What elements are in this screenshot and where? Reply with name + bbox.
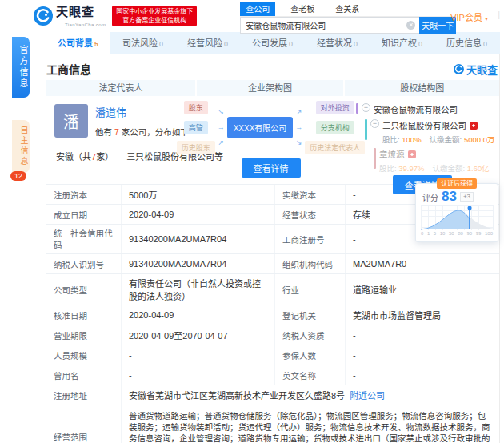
tag-shareholder[interactable]: 股东 [184, 101, 208, 114]
equity-node-name[interactable]: 三只松鼠股份有限公司 [382, 121, 466, 130]
tab-intellectual-property[interactable]: 知识产权0 [370, 32, 434, 54]
section-title: 工商信息 [46, 61, 91, 77]
arrow-up-icon: ↗ [218, 138, 225, 146]
top-header: 天眼查 TianYanCha.com 国家中小企业发展基金旗下 官方备案企业征信… [0, 0, 504, 32]
arrow-right-icon: → [218, 123, 225, 131]
tianyancha-logo[interactable]: 天眼查 TianYanCha.com [34, 6, 106, 27]
tree-bar [356, 103, 358, 114]
logo-subtext: TianYanCha.com [65, 22, 106, 27]
org-chart-detail-button[interactable]: 查看详情 [242, 158, 301, 178]
score-badge: 认证后获得 [437, 178, 477, 189]
score-distribution-chart [421, 205, 494, 230]
nearby-companies-link[interactable]: 附近公司 [350, 391, 385, 401]
company-logo-icon [470, 122, 478, 130]
search-tab-boss[interactable]: 查老板 [285, 2, 320, 16]
tab-operating-risk[interactable]: 经营风险0 [175, 32, 240, 54]
business-info-section: 工商信息 天眼查 法定代表人 潘 潘道伟 他有 7 家公司，分布如下 [46, 54, 500, 443]
equity-node-name[interactable]: 章燎源 [379, 150, 405, 159]
chart-x-axis: 0151050809099100 [416, 230, 498, 237]
score-tooltip: 认证后获得 评分 83 +3 0151050809099100 [415, 183, 498, 242]
org-chart-header: 企业架构图 [197, 80, 345, 96]
watermark-logo: 天眼查 [454, 62, 498, 77]
legal-rep-region: 安徽（共7家） [56, 150, 114, 162]
equity-root-row: − 安徽仓鼠物流有限公司 [356, 103, 494, 115]
org-chart-panel: 企业架构图 股东 高管 历史股东 ↘ → ↗ XXXX有限公司 ↗ [197, 80, 345, 184]
vip-member-link[interactable]: VIP会员 ▾ [450, 10, 488, 23]
table-row: 公司类型有限责任公司（非自然人投资或控股的法人独资） 行业道路运输业 [46, 274, 499, 305]
equity-root-name[interactable]: 安徽仓鼠物流有限公司 [374, 103, 458, 115]
legal-rep-name[interactable]: 潘道伟 [95, 104, 189, 119]
org-center-company[interactable]: XXXX有限公司 [227, 117, 294, 138]
table-row: 人员规模- 参保人数- [46, 345, 499, 365]
search-tab-company[interactable]: 查公司 [240, 2, 275, 16]
tab-company-background[interactable]: 公司背景5 [46, 32, 110, 54]
avatar[interactable]: 潘 [54, 104, 88, 138]
tab-judicial-risk[interactable]: 司法风险0 [110, 32, 175, 54]
caret-down-icon: ▾ [485, 15, 488, 22]
legal-rep-panel: 法定代表人 潘 潘道伟 他有 7 家公司，分布如下 安徽（共7家） 三只松鼠股份… [46, 80, 197, 184]
equity-panel: 股权结构图 − 安徽仓鼠物流有限公司 − 三只松鼠股份有限公司 股比: 100%… [345, 80, 499, 184]
tree-bar [374, 148, 376, 169]
score-label: 评分 [422, 191, 438, 203]
table-row-address: 注册地址 安徽省芜湖市弋江区芜湖高新技术产业开发区久盛路8号附近公司 [46, 385, 499, 405]
tag-executive[interactable]: 高管 [184, 121, 208, 134]
side-tab-official-info[interactable]: 官方信息 [12, 37, 30, 98]
collapse-icon[interactable]: − [362, 103, 370, 112]
company-nav-tabs: 公司背景5 司法风险0 经营风险0 公司发展0 经营状况0 知识产权0 历史信息… [46, 32, 500, 54]
legal-rep-desc: 他有 7 家公司，分布如下 [95, 126, 189, 138]
tree-bar [365, 119, 367, 140]
gov-certification-badge: 国家中小企业发展基金旗下 官方备案企业征信机构 [112, 6, 197, 26]
tab-history-info[interactable]: 历史信息0 [434, 32, 499, 54]
clear-icon[interactable]: × [406, 21, 415, 30]
logo-text: 天眼查 [56, 6, 106, 18]
tag-history-shareholder[interactable]: 历史股东 [177, 141, 215, 154]
collapse-icon[interactable]: − [370, 119, 379, 128]
table-row: 核准日期2020-04-09 登记机关芜湖市市场监督管理局 [46, 305, 499, 325]
legal-rep-header: 法定代表人 [46, 80, 197, 96]
arrow-down-icon: ↘ [295, 138, 302, 146]
table-row-business-scope: 经营范围 普通货物道路运输；普通货物仓储服务（除危化品）；物流园区管理服务；物流… [46, 405, 499, 443]
search-input[interactable] [240, 17, 419, 34]
score-value: 83 [442, 190, 457, 203]
arrow-up-icon: ↗ [295, 108, 302, 116]
score-delta: +3 [460, 192, 474, 202]
table-row: 纳税人识别号91340200MA2UMA7R04 组织机构代码MA2UMA7R0 [46, 254, 499, 274]
self-info-count-badge: 12 [10, 171, 26, 181]
table-row: 营业期限2020-04-09至2070-04-07 纳税人资质- [46, 325, 499, 345]
arrow-down-icon: ↘ [218, 108, 225, 116]
side-tab-self-info[interactable]: 自主信息 [12, 120, 30, 173]
company-logo-icon [408, 150, 416, 158]
tab-company-development[interactable]: 公司发展0 [240, 32, 305, 54]
search-tab-relation[interactable]: 查关系 [330, 2, 365, 16]
arrow-right-icon: → [295, 123, 302, 131]
watermark-swirl-icon [454, 64, 464, 74]
equity-node-row: 章燎源 股比: 39.97%认缴金额: 1.60亿 [374, 148, 494, 174]
logo-swirl-icon [34, 6, 53, 26]
table-row: 曾用名- 英文名称- [46, 365, 499, 385]
header-divider: | [498, 10, 500, 19]
equity-node-row: − 三只松鼠股份有限公司 股比: 100%认缴金额: 5000.0万 [365, 119, 494, 145]
tab-operating-status[interactable]: 经营状况0 [305, 32, 370, 54]
equity-header: 股权结构图 [345, 80, 499, 96]
search-area: 查公司 查老板 查关系 × 天眼一下 [240, 0, 456, 34]
